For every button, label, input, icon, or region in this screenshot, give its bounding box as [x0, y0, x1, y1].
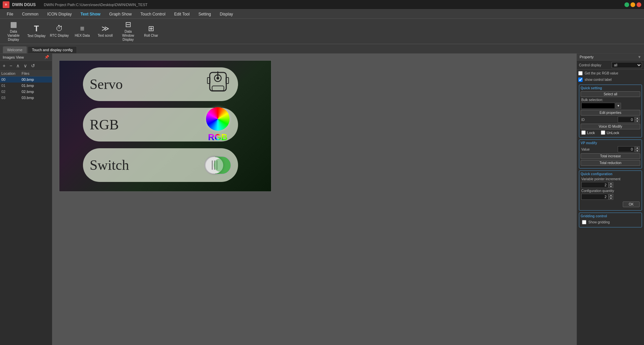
tab-welcome[interactable]: Welcome [3, 46, 27, 53]
get-pic-rgb-checkbox[interactable] [578, 71, 583, 75]
data-window-icon: ⊟ [125, 21, 131, 28]
files-col-header: Files [22, 71, 51, 75]
menu-graph-show[interactable]: Graph Show [105, 10, 136, 18]
config-qty-decrement[interactable]: ▼ [609, 197, 613, 200]
tool-data-variable-display[interactable]: ▦ Data Variable Display [3, 21, 24, 42]
lock-checkbox[interactable] [581, 130, 586, 135]
text-scroll-icon: ≫ [101, 25, 109, 32]
var-pointer-decrement[interactable]: ▼ [609, 185, 613, 188]
tabbar: Welcome Touch and display config [0, 44, 644, 54]
images-view-header: Images View 📌 [0, 54, 52, 61]
total-increase-button[interactable]: Total increase [581, 153, 640, 159]
var-pointer-input[interactable] [581, 182, 608, 188]
rgb-card: RGB RGB [83, 108, 238, 142]
maximize-button[interactable] [631, 2, 635, 7]
show-control-label-checkbox[interactable] [578, 77, 583, 82]
id-input[interactable] [618, 117, 635, 123]
file-location-3: 03 [1, 96, 22, 100]
select-all-button[interactable]: Select all [581, 91, 640, 97]
close-button[interactable] [637, 2, 641, 7]
vp-value-decrement[interactable]: ▼ [635, 149, 640, 152]
color-dropdown-button[interactable]: ▼ [616, 103, 621, 109]
id-increment-button[interactable]: ▲ [635, 117, 640, 120]
gridding-title: Gridding control [581, 214, 640, 218]
config-qty-input[interactable] [581, 194, 608, 200]
hex-data-icon: ≡ [80, 25, 85, 32]
project-path: DWIN Project Path:C:\Users\nseo\Desktop\… [44, 3, 622, 7]
file-list-header: Location Files [0, 71, 52, 76]
lock-label: Lock [587, 131, 595, 135]
content-area: Servo [52, 54, 577, 345]
id-decrement-button[interactable]: ▼ [635, 120, 640, 123]
bulk-selection-row: Bulk selection: [581, 98, 640, 102]
menu-file[interactable]: File [3, 10, 17, 18]
vp-value-input[interactable] [618, 146, 635, 152]
rgb-circle [206, 107, 230, 131]
file-row-1[interactable]: 01 01.bmp [0, 83, 52, 89]
file-location-0: 00 [1, 77, 22, 82]
menu-icon-display[interactable]: ICON Display [43, 10, 76, 18]
total-reduction-button[interactable]: Total reduction [581, 160, 640, 166]
tool-roll-char[interactable]: ⊞ Roll Char [140, 21, 162, 42]
config-qty-label: Configuration quantity [581, 189, 640, 193]
var-pointer-spinner-buttons: ▲ ▼ [609, 182, 613, 188]
vp-value-increment[interactable]: ▲ [635, 146, 640, 149]
menu-setting[interactable]: Setting [194, 10, 215, 18]
voice-id-modify-button[interactable]: Voice ID Modify [581, 124, 640, 129]
images-view-title: Images View [3, 55, 24, 59]
config-qty-label-row: Configuration quantity [581, 189, 640, 193]
left-panel: Images View 📌 + − ∧ ∨ ↺ Location Files 0… [0, 54, 52, 345]
quick-config-title: Quick configuration [581, 172, 640, 176]
tool-hex-label: HEX Data [75, 34, 90, 38]
tool-text-scroll[interactable]: ≫ Text scroll [94, 21, 116, 42]
unlock-checkbox[interactable] [601, 130, 605, 135]
servo-label: Servo [90, 76, 198, 92]
file-location-2: 02 [1, 90, 22, 94]
file-name-2: 02.bmp [22, 90, 51, 94]
menu-text-show[interactable]: Text Show [77, 10, 105, 18]
canvas-area: Servo [59, 60, 271, 192]
var-pointer-increment[interactable]: ▲ [609, 182, 613, 185]
config-qty-increment[interactable]: ▲ [609, 194, 613, 197]
knob-line-1 [212, 160, 213, 170]
file-row-0[interactable]: 00 00.bmp [0, 76, 52, 83]
show-gridding-checkbox[interactable] [582, 220, 586, 224]
tool-text-display[interactable]: T Text Display [26, 21, 47, 42]
file-row-3[interactable]: 03 03.bmp [0, 95, 52, 101]
move-up-button[interactable]: ∧ [15, 62, 21, 69]
bulk-color-swatch[interactable] [581, 103, 615, 109]
file-row-2[interactable]: 02 02.bmp [0, 89, 52, 95]
vp-value-row: Value ▲ ▼ [581, 146, 640, 152]
menu-display[interactable]: Display [216, 10, 237, 18]
tool-data-window-display[interactable]: ⊟ Data Window Display [117, 21, 139, 42]
rgb-text: RGB [208, 132, 228, 143]
tool-rtc-label: RTC Display [50, 34, 69, 38]
add-image-button[interactable]: + [1, 62, 7, 69]
vp-value-label: Value [581, 148, 616, 151]
tool-hex-data[interactable]: ≡ HEX Data [71, 21, 93, 42]
var-pointer-spinner: ▲ ▼ [581, 182, 613, 188]
ok-button[interactable]: OK [623, 201, 640, 207]
move-down-button[interactable]: ∨ [22, 62, 28, 69]
show-gridding-label: Show gridding [588, 220, 610, 224]
minimize-button[interactable] [624, 2, 629, 7]
switch-card: Switch [83, 148, 238, 182]
tab-touch-display-config[interactable]: Touch and display config [28, 46, 77, 53]
remove-image-button[interactable]: − [8, 62, 13, 69]
tool-roll-char-label: Roll Char [144, 34, 158, 38]
menu-edit-tool[interactable]: Edit Tool [170, 10, 194, 18]
menu-touch-control[interactable]: Touch Control [137, 10, 170, 18]
config-qty-spinner: ▲ ▼ [581, 194, 613, 200]
tool-rtc-display[interactable]: ⏱ RTC Display [49, 21, 70, 42]
menu-common[interactable]: Common [18, 10, 42, 18]
right-panel: Property ▼ Control display all Get the p… [577, 54, 644, 345]
config-qty-spinner-buttons: ▲ ▼ [609, 194, 613, 200]
control-display-select[interactable]: all [612, 62, 642, 68]
switch-toggle [204, 156, 231, 175]
switch-on-indicator [214, 158, 227, 172]
refresh-button[interactable]: ↺ [30, 62, 36, 69]
edit-properties-button[interactable]: Edit properties [581, 110, 640, 116]
servo-card: Servo [83, 67, 238, 101]
id-label: ID [581, 118, 616, 122]
id-row: ID ▲ ▼ [581, 117, 640, 123]
